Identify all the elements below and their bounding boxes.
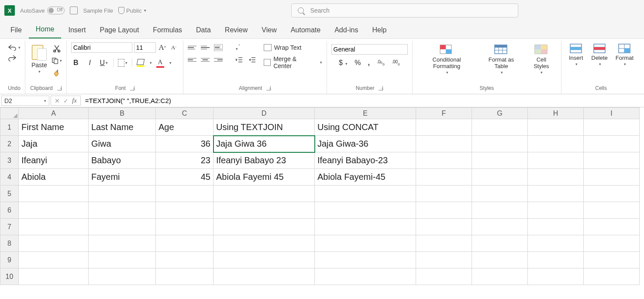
cell-I8[interactable] — [584, 235, 640, 252]
spreadsheet-grid[interactable]: A B C D E F G H I 1 First Name Last Name… — [0, 107, 644, 299]
cell-E4[interactable]: Abiola Fayemi-45 — [315, 169, 416, 186]
autosave-toggle[interactable]: AutoSave Off — [20, 7, 65, 14]
cell-A2[interactable]: Jaja — [19, 136, 89, 152]
cell-C10[interactable] — [156, 268, 214, 285]
align-right-button[interactable] — [214, 56, 223, 63]
visibility-badge[interactable]: Public ▾ — [118, 7, 146, 14]
row-header-7[interactable]: 7 — [0, 219, 19, 235]
cell-A10[interactable] — [19, 268, 89, 285]
row-header-1[interactable]: 1 — [0, 119, 19, 136]
cell-I9[interactable] — [584, 252, 640, 268]
col-header-H[interactable]: H — [528, 108, 584, 119]
cell-G1[interactable] — [472, 119, 528, 136]
italic-button[interactable]: I — [85, 58, 95, 68]
cell-H4[interactable] — [528, 169, 584, 186]
dialog-launcher-icon[interactable] — [57, 86, 62, 90]
cell-H5[interactable] — [528, 186, 584, 202]
enter-formula-button[interactable]: ✓ — [63, 97, 69, 104]
cell-A3[interactable]: Ifeanyi — [19, 152, 89, 169]
file-name[interactable]: Sample File — [83, 7, 113, 14]
cell-F2[interactable] — [416, 136, 472, 152]
cell-D5[interactable] — [214, 186, 315, 202]
cell-D4[interactable]: Abiola Fayemi 45 — [214, 169, 315, 186]
cell-B7[interactable] — [89, 219, 156, 235]
cell-F7[interactable] — [416, 219, 472, 235]
cell-E7[interactable] — [315, 219, 416, 235]
cell-C7[interactable] — [156, 219, 214, 235]
cell-C6[interactable] — [156, 202, 214, 219]
font-color-button[interactable]: A — [156, 58, 164, 68]
cell-D2[interactable]: Jaja Giwa 36 — [214, 136, 315, 152]
col-header-E[interactable]: E — [315, 108, 416, 119]
cell-F1[interactable] — [416, 119, 472, 136]
dialog-launcher-icon[interactable] — [266, 86, 271, 90]
font-size-select[interactable] — [134, 42, 156, 53]
cell-A5[interactable] — [19, 186, 89, 202]
cell-I2[interactable] — [584, 136, 640, 152]
cell-I10[interactable] — [584, 268, 640, 285]
cell-H7[interactable] — [528, 219, 584, 235]
cell-A8[interactable] — [19, 235, 89, 252]
cell-G4[interactable] — [472, 169, 528, 186]
cell-D1[interactable]: Using TEXTJOIN — [214, 119, 315, 136]
save-icon[interactable] — [70, 7, 78, 14]
cancel-formula-button[interactable]: ✕ — [55, 97, 60, 104]
cut-button[interactable] — [52, 44, 62, 53]
insert-function-button[interactable]: fx — [72, 97, 77, 104]
col-header-B[interactable]: B — [89, 108, 156, 119]
cell-D6[interactable] — [214, 202, 315, 219]
bold-button[interactable]: B — [71, 58, 81, 68]
cell-B10[interactable] — [89, 268, 156, 285]
cell-I5[interactable] — [584, 186, 640, 202]
cell-D3[interactable]: Ifeanyi Babayo 23 — [214, 152, 315, 169]
cell-G3[interactable] — [472, 152, 528, 169]
cell-H6[interactable] — [528, 202, 584, 219]
cell-E1[interactable]: Using CONCAT — [315, 119, 416, 136]
format-cells-button[interactable]: Format▾ — [613, 42, 636, 67]
dialog-launcher-icon[interactable] — [130, 86, 134, 90]
name-box[interactable]: D2▾ — [1, 96, 49, 106]
cell-F6[interactable] — [416, 202, 472, 219]
cell-H2[interactable] — [528, 136, 584, 152]
align-top-button[interactable] — [188, 44, 196, 51]
cell-E3[interactable]: Ifeanyi Babayo-23 — [315, 152, 416, 169]
cell-A4[interactable]: Abiola — [19, 169, 89, 186]
cell-C3[interactable]: 23 — [156, 152, 214, 169]
accounting-format-button[interactable]: $ ▾ — [339, 59, 348, 67]
font-name-select[interactable] — [71, 42, 132, 53]
row-header-3[interactable]: 3 — [0, 152, 19, 169]
tab-view[interactable]: View — [255, 23, 283, 38]
cell-F3[interactable] — [416, 152, 472, 169]
cell-H1[interactable] — [528, 119, 584, 136]
cell-H10[interactable] — [528, 268, 584, 285]
paste-button[interactable]: Paste ▾ — [30, 42, 49, 75]
conditional-formatting-button[interactable]: Conditional Formatting▾ — [417, 42, 477, 76]
percent-format-button[interactable]: % — [355, 59, 361, 67]
col-header-I[interactable]: I — [584, 108, 640, 119]
decrease-font-button[interactable]: Aˇ — [169, 43, 179, 52]
cell-E6[interactable] — [315, 202, 416, 219]
insert-cells-button[interactable]: Insert▾ — [566, 42, 586, 67]
cell-C4[interactable]: 45 — [156, 169, 214, 186]
cell-G5[interactable] — [472, 186, 528, 202]
cell-G6[interactable] — [472, 202, 528, 219]
cell-F9[interactable] — [416, 252, 472, 268]
redo-button[interactable] — [8, 55, 21, 62]
cell-styles-button[interactable]: Cell Styles▾ — [526, 42, 557, 76]
row-header-5[interactable]: 5 — [0, 186, 19, 202]
formula-input[interactable] — [81, 94, 644, 107]
tab-insert[interactable]: Insert — [61, 23, 93, 38]
col-header-F[interactable]: F — [416, 108, 472, 119]
format-as-table-button[interactable]: Format as Table▾ — [479, 42, 523, 76]
align-bottom-button[interactable] — [214, 44, 223, 51]
cell-E8[interactable] — [315, 235, 416, 252]
delete-cells-button[interactable]: Delete▾ — [589, 42, 610, 67]
underline-button[interactable]: U▾ — [99, 58, 109, 68]
tab-help[interactable]: Help — [365, 23, 393, 38]
cell-B8[interactable] — [89, 235, 156, 252]
cell-B5[interactable] — [89, 186, 156, 202]
cell-A7[interactable] — [19, 219, 89, 235]
cell-A6[interactable] — [19, 202, 89, 219]
cell-B1[interactable]: Last Name — [89, 119, 156, 136]
cell-G8[interactable] — [472, 235, 528, 252]
